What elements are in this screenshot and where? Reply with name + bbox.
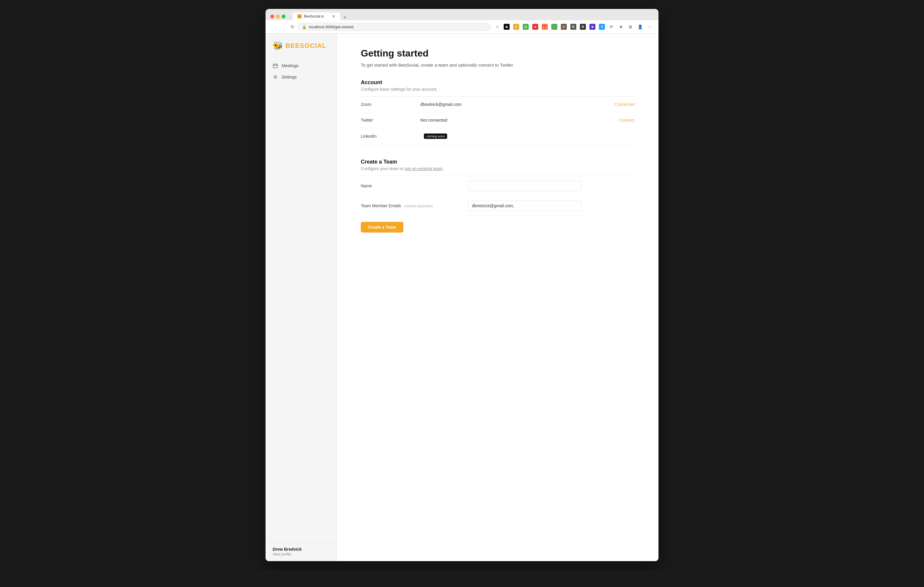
user-name: Drew Bredvick	[273, 547, 330, 552]
bee-icon: 🐝	[273, 41, 283, 51]
team-section-description: Configure your team or join an existing …	[361, 166, 635, 171]
toolbar-icons: ☆ ■ 2 G ● 🦊 ○ 🦝 R	[493, 23, 654, 31]
ext-icon-7[interactable]: 🦝	[559, 23, 568, 31]
meetings-label: Meetings	[282, 63, 299, 68]
team-section-title: Create a Team	[361, 159, 635, 165]
logo-text: BEESOCIAL	[285, 42, 326, 50]
team-description-suffix: .	[443, 166, 444, 171]
create-team-section: Create a Team Configure your team or joi…	[361, 159, 635, 233]
ext-icon-2[interactable]: 2	[512, 23, 520, 31]
bookmark-icon[interactable]: ☆	[493, 23, 501, 31]
url-display: localhost:3000/get-started	[309, 25, 487, 29]
account-section-title: Account	[361, 79, 635, 86]
twitter-ext-icon[interactable]: 𝕏	[598, 23, 606, 31]
twitter-connect-button[interactable]: Connect	[619, 118, 635, 123]
collections-icon[interactable]: ⊞	[626, 23, 635, 31]
tab-favicon-icon: 🐝	[297, 14, 302, 18]
team-name-input[interactable]	[468, 181, 581, 191]
user-area[interactable]: Drew Bredvick View profile	[266, 542, 337, 561]
coming-soon-badge: coming soon	[424, 133, 447, 139]
settings-label: Settings	[282, 75, 297, 79]
calendar-icon	[273, 63, 278, 68]
main-content: Getting started To get started with BeeS…	[337, 34, 658, 561]
linkedin-label: LinkedIn	[361, 134, 420, 138]
account-section-description: Configure basic settings for your accoun…	[361, 87, 635, 92]
team-description-prefix: Configure your team or	[361, 166, 404, 171]
zoom-action[interactable]: Connected	[614, 102, 635, 107]
twitter-value: Not connected	[420, 118, 619, 123]
zoom-value: dbredvick@gmail.com	[420, 102, 614, 107]
twitter-label: Twitter	[361, 118, 420, 123]
minimize-button[interactable]	[276, 15, 280, 18]
ext-icon-10[interactable]: ■	[588, 23, 597, 31]
new-tab-button[interactable]: +	[341, 15, 349, 20]
account-section: Account Configure basic settings for you…	[361, 79, 635, 145]
gear-icon	[273, 74, 278, 80]
team-emails-sub-label: comma separated	[404, 204, 432, 208]
sidebar: 🐝 BEESOCIAL Meetings	[266, 34, 337, 561]
active-tab[interactable]: 🐝 BeeSocial.io ✕	[293, 13, 340, 20]
reload-button[interactable]: ↻	[289, 23, 295, 31]
zoom-label: Zoom	[361, 102, 420, 107]
tab-title: BeeSocial.io	[304, 14, 324, 18]
more-options-icon[interactable]: ⋯	[645, 23, 654, 31]
close-button[interactable]	[270, 15, 274, 18]
ext-icon-3[interactable]: G	[521, 23, 530, 31]
linkedin-row: LinkedIn coming soon	[361, 128, 635, 145]
twitter-row: Twitter Not connected Connect	[361, 112, 635, 128]
ext-icon-6[interactable]: ○	[550, 23, 558, 31]
join-existing-team-link[interactable]: join an existing team	[404, 166, 443, 171]
team-emails-input[interactable]	[468, 201, 581, 211]
create-team-button[interactable]: Create a Team	[361, 222, 403, 233]
svg-point-1	[275, 76, 276, 78]
page-title: Getting started	[361, 48, 635, 59]
sidebar-item-settings[interactable]: Settings	[266, 71, 337, 83]
traffic-lights	[270, 15, 285, 18]
tab-close-icon[interactable]: ✕	[332, 14, 335, 18]
page-subtitle: To get started with BeeSocial, create a …	[361, 62, 635, 67]
ext-icon-4[interactable]: ●	[531, 23, 540, 31]
profile-icon[interactable]: 👤	[636, 23, 644, 31]
back-button[interactable]: ←	[270, 23, 277, 31]
ext-icon-9[interactable]: R	[579, 23, 587, 31]
team-emails-label: Team Member Emails comma separated	[361, 203, 468, 208]
forward-button[interactable]: →	[280, 23, 287, 31]
address-bar[interactable]: 🔒 localhost:3000/get-started	[298, 23, 490, 31]
team-name-label: Name	[361, 184, 468, 188]
sidebar-item-meetings[interactable]: Meetings	[266, 60, 337, 71]
maximize-button[interactable]	[282, 15, 285, 18]
ext-icon-8[interactable]: R	[569, 23, 578, 31]
zoom-row: Zoom dbredvick@gmail.com Connected	[361, 97, 635, 112]
ext-icon-12[interactable]: ⟳	[607, 23, 615, 31]
browser-titlebar: 🐝 BeeSocial.io ✕ +	[266, 9, 658, 20]
team-emails-row: Team Member Emails comma separated	[361, 196, 635, 216]
browser-toolbar: ← → ↻ 🔒 localhost:3000/get-started ☆ ■ 2…	[266, 20, 658, 34]
app-container: 🐝 BEESOCIAL Meetings	[266, 34, 658, 561]
ext-icon-5[interactable]: 🦊	[541, 23, 549, 31]
browser-window: 🐝 BeeSocial.io ✕ + ← → ↻ 🔒 localhost:300…	[266, 9, 658, 561]
svg-rect-0	[273, 64, 277, 68]
favorites-icon[interactable]: ★	[617, 23, 625, 31]
tab-bar: 🐝 BeeSocial.io ✕ +	[293, 13, 349, 20]
logo-area: 🐝 BEESOCIAL	[266, 41, 337, 60]
nav-items: Meetings Settings	[266, 60, 337, 542]
team-name-row: Name	[361, 176, 635, 196]
ext-icon-1[interactable]: ■	[503, 23, 511, 31]
view-profile-link[interactable]: View profile	[273, 552, 330, 556]
